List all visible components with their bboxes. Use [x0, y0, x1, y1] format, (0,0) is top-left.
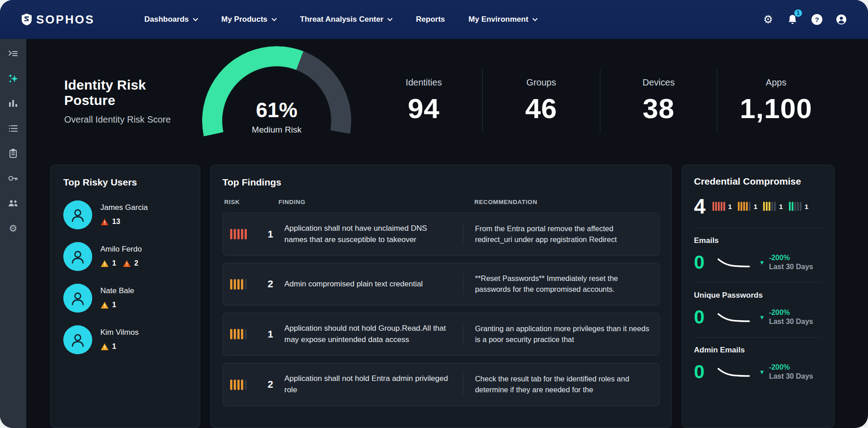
chevron-down-icon — [193, 18, 198, 21]
cards-row: Top Risky Users James Garcia 13 — [26, 160, 868, 428]
severity-bars — [789, 202, 802, 211]
warning-count: 1 — [112, 342, 116, 351]
stat-identities: Identities 94 — [365, 69, 482, 133]
primary-nav: Dashboards My Products Threat Analysis C… — [144, 15, 537, 24]
risk-severity-bars — [230, 329, 256, 339]
sidebar-item-users[interactable] — [5, 197, 21, 209]
top-risky-users-card: Top Risky Users James Garcia 13 — [50, 165, 200, 428]
risk-severity-bars — [230, 229, 256, 239]
trend-sparkline — [716, 310, 752, 324]
recommendation-text: From the Entra portal remove the affecte… — [463, 223, 652, 245]
help-icon[interactable]: ? — [811, 14, 823, 25]
metric-period: Last 30 Days — [769, 372, 813, 380]
trend-sparkline — [716, 256, 752, 269]
avatar — [63, 200, 92, 229]
nav-label: My Products — [222, 15, 268, 24]
column-finding: FINDING — [277, 199, 462, 205]
settings-gear-icon[interactable]: ⚙ — [762, 14, 774, 25]
sidebar-item-settings[interactable]: ⚙ — [5, 222, 21, 234]
severity-group: 1 — [763, 202, 783, 211]
severity-bars — [763, 202, 776, 211]
question-mark-glyph: ? — [811, 14, 822, 25]
warning-triangle-icon — [100, 301, 109, 309]
nav-label: Threat Analysis Center — [300, 15, 384, 24]
metric-value: 0 — [694, 306, 709, 328]
screenshot-stage: SOPHOS Dashboards My Products Threat Ana… — [0, 0, 868, 428]
warning-badge: 1 — [100, 259, 116, 267]
clipboard-icon — [9, 149, 17, 158]
column-recommendation: RECOMMENDATION — [462, 199, 660, 205]
recommendation-text: Check the result tab for the identified … — [463, 373, 652, 395]
findings-header-row: RISK FINDING RECOMMENDATION — [222, 199, 660, 205]
column-risk: RISK — [222, 199, 277, 205]
list-icon — [9, 125, 18, 132]
credential-summary: 4 1 1 1 — [694, 194, 822, 219]
warning-count: 1 — [112, 259, 116, 267]
severity-count: 1 — [728, 203, 732, 210]
severity-count: 1 — [779, 203, 783, 210]
metric-label: Emails — [694, 236, 822, 245]
nav-label: Reports — [416, 15, 445, 24]
metric-label: Admin Emails — [694, 346, 822, 355]
main-row: ⚙ Identity Risk Posture Overall Identity… — [0, 39, 868, 428]
recommendation-text: Granting an application more privileges … — [463, 323, 652, 345]
metric-unique-passwords: Unique Passwords 0 ▼ -200% Last 30 Days — [694, 282, 822, 328]
user-name: James Garcia — [100, 203, 148, 212]
finding-text: Admin compromised plain text credential — [284, 279, 463, 290]
finding-row[interactable]: 1 Application should not hold Group.Read… — [222, 313, 660, 356]
ai-sparkles-icon — [8, 73, 19, 84]
left-sidebar: ⚙ — [0, 39, 26, 428]
user-name: Kim Vilmos — [100, 328, 139, 337]
nav-threat-analysis-center[interactable]: Threat Analysis Center — [300, 15, 393, 24]
finding-text: Application shall not have unclaimed DNS… — [284, 223, 463, 245]
finding-count: 2 — [256, 278, 284, 290]
metric-period: Last 30 Days — [769, 263, 813, 271]
sidebar-item-analytics[interactable] — [5, 98, 21, 109]
finding-row[interactable]: 2 Application shall not hold Entra admin… — [222, 363, 660, 406]
top-navigation-bar: SOPHOS Dashboards My Products Threat Ana… — [0, 0, 868, 39]
stat-value: 38 — [605, 92, 713, 124]
sidebar-item-ai-overview[interactable] — [5, 73, 21, 85]
risky-user-row[interactable]: James Garcia 13 — [63, 200, 187, 229]
notification-count-badge: 1 — [794, 10, 802, 17]
risky-user-row[interactable]: Kim Vilmos 1 — [63, 325, 187, 354]
user-name: Nate Bale — [100, 286, 134, 295]
gauge-risk-label: Medium Risk — [200, 125, 354, 135]
nav-dashboards[interactable]: Dashboards — [144, 15, 198, 24]
nav-my-environment[interactable]: My Environment — [468, 15, 537, 24]
gauge-percent: 61% — [200, 98, 354, 122]
avatar — [63, 325, 92, 354]
gear-icon: ⚙ — [9, 224, 18, 233]
metric-delta: -200% — [769, 254, 813, 262]
stat-label: Groups — [487, 77, 595, 88]
risky-user-row[interactable]: Nate Bale 1 — [63, 284, 187, 313]
nav-label: My Environment — [468, 15, 528, 24]
notification-bell-icon[interactable]: 1 — [787, 14, 798, 25]
sidebar-item-credentials[interactable] — [5, 172, 21, 184]
finding-count: 1 — [256, 228, 284, 240]
severity-group: 1 — [712, 202, 732, 211]
warning-triangle-icon — [123, 260, 131, 267]
finding-text: Application should not hold Group.Read.A… — [284, 323, 463, 345]
chevron-down-icon — [272, 18, 277, 21]
warning-triangle-icon — [100, 260, 109, 267]
account-icon[interactable] — [835, 14, 847, 25]
sidebar-item-list[interactable] — [5, 123, 21, 134]
avatar — [63, 284, 92, 313]
metric-value: 0 — [694, 252, 709, 273]
nav-my-products[interactable]: My Products — [222, 15, 277, 24]
risky-user-row[interactable]: Amilo Ferdo 1 2 — [63, 242, 187, 271]
stat-value: 46 — [487, 92, 595, 124]
sidebar-item-tasks[interactable] — [5, 147, 21, 159]
metric-emails: Emails 0 ▼ -200% Last 30 Days — [694, 228, 822, 273]
summary-stats: Identities 94 Groups 46 Devices 38 Apps … — [365, 69, 835, 133]
warning-count: 2 — [134, 259, 138, 267]
stat-label: Identities — [370, 77, 478, 88]
finding-row[interactable]: 1 Application shall not have unclaimed D… — [222, 213, 660, 256]
sophos-logo[interactable]: SOPHOS — [21, 13, 94, 27]
nav-reports[interactable]: Reports — [416, 15, 445, 24]
risk-severity-bars — [230, 380, 256, 390]
person-icon — [836, 14, 847, 25]
finding-row[interactable]: 2 Admin compromised plain text credentia… — [222, 263, 660, 305]
sidebar-item-console[interactable] — [5, 48, 21, 60]
